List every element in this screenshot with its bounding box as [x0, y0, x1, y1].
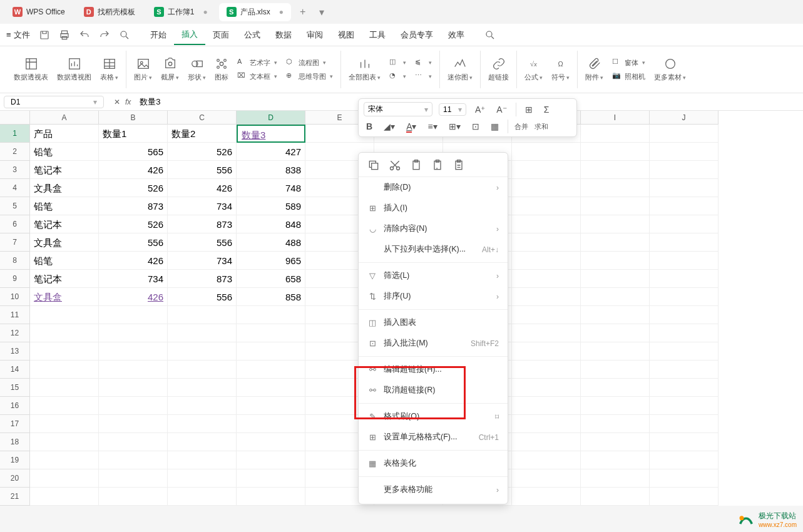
cell[interactable] — [30, 488, 99, 506]
cell[interactable] — [650, 215, 719, 233]
cell[interactable] — [237, 415, 305, 433]
cell[interactable]: 589 — [237, 197, 305, 215]
cell[interactable] — [168, 379, 237, 397]
cell[interactable]: 734 — [168, 252, 237, 270]
font-color-button[interactable]: A▾ — [404, 120, 419, 133]
cell[interactable] — [581, 361, 650, 379]
cell[interactable] — [237, 451, 305, 469]
cell[interactable] — [30, 433, 99, 451]
undo-icon[interactable] — [79, 29, 90, 41]
cell[interactable]: 产品 — [30, 125, 99, 143]
cell[interactable]: 数量1 — [99, 125, 168, 143]
ctx-remove-hyperlink[interactable]: ⚯取消超链接(R) — [359, 380, 508, 401]
merge-label[interactable]: 合并 — [514, 122, 528, 131]
cell[interactable]: 838 — [237, 161, 305, 179]
cell[interactable] — [237, 379, 305, 397]
align-button[interactable]: ≡▾ — [425, 120, 439, 133]
fill-color-button[interactable]: ◢▾ — [381, 120, 397, 133]
cell[interactable] — [512, 197, 581, 215]
cell[interactable] — [99, 451, 168, 469]
cell[interactable]: 526 — [99, 179, 168, 197]
cell[interactable] — [512, 179, 581, 197]
cell[interactable]: 556 — [168, 288, 237, 306]
cell[interactable] — [650, 125, 719, 143]
cell[interactable]: 426 — [99, 252, 168, 270]
menu-view[interactable]: 视图 — [330, 26, 362, 44]
wordart-button[interactable]: A艺术字 — [237, 58, 277, 68]
menu-page[interactable]: 页面 — [205, 26, 237, 44]
cell[interactable]: 658 — [237, 270, 305, 288]
font-size-select[interactable]: 11▾ — [439, 103, 466, 116]
row-header[interactable]: 5 — [0, 197, 30, 215]
cell[interactable] — [512, 397, 581, 415]
cell[interactable] — [168, 306, 237, 324]
row-header[interactable]: 4 — [0, 179, 30, 197]
cell[interactable] — [581, 252, 650, 270]
menu-efficiency[interactable]: 效率 — [441, 26, 472, 44]
cell[interactable] — [512, 379, 581, 397]
cell[interactable] — [99, 324, 168, 342]
camera-button[interactable]: 📷照相机 — [612, 71, 645, 81]
cell[interactable] — [237, 469, 305, 488]
cell[interactable] — [99, 433, 168, 451]
decrease-font-icon[interactable]: A⁻ — [494, 103, 509, 116]
tab-templates[interactable]: D 找稻壳模板 — [76, 3, 143, 21]
style-icon[interactable]: ▦ — [488, 120, 501, 133]
cell[interactable]: 笔记本 — [30, 215, 99, 233]
cell[interactable]: 556 — [168, 161, 237, 179]
cell[interactable] — [581, 179, 650, 197]
cell[interactable] — [650, 433, 719, 451]
cell[interactable] — [650, 324, 719, 342]
cell[interactable] — [650, 179, 719, 197]
cell[interactable] — [237, 433, 305, 451]
row-header[interactable]: 11 — [0, 306, 30, 324]
textbox-button[interactable]: ⌧文本框 — [237, 71, 277, 81]
row-header[interactable]: 2 — [0, 143, 30, 161]
more-chart-button[interactable]: ⋯ — [415, 71, 432, 81]
cell[interactable] — [168, 488, 237, 506]
cell[interactable] — [581, 125, 650, 143]
paste-text-icon[interactable] — [431, 159, 444, 171]
cell[interactable] — [168, 361, 237, 379]
ctx-cell-format[interactable]: ⊞设置单元格格式(F)...Ctrl+1 — [359, 427, 508, 448]
bold-button[interactable]: B — [364, 120, 375, 133]
cell[interactable] — [30, 469, 99, 488]
cell[interactable]: 427 — [237, 143, 305, 161]
attachment-button[interactable]: 附件 — [585, 57, 603, 82]
cell[interactable] — [237, 342, 305, 361]
cell[interactable]: 526 — [168, 143, 237, 161]
row-header[interactable]: 17 — [0, 415, 30, 433]
cell[interactable] — [650, 342, 719, 361]
cell[interactable]: 铅笔 — [30, 252, 99, 270]
sum-label[interactable]: 求和 — [534, 122, 548, 131]
cell[interactable] — [168, 415, 237, 433]
search-icon[interactable] — [119, 29, 130, 41]
cell[interactable] — [581, 415, 650, 433]
cell[interactable]: 铅笔 — [30, 197, 99, 215]
cell[interactable] — [512, 270, 581, 288]
cell[interactable] — [30, 451, 99, 469]
cell-reference-input[interactable]: D1▾ — [4, 96, 104, 108]
col-B[interactable]: B — [99, 111, 168, 125]
cell[interactable] — [512, 288, 581, 306]
row-header[interactable]: 1 — [0, 125, 30, 143]
cell[interactable] — [581, 433, 650, 451]
tab-product[interactable]: S 产品.xlsx ● — [219, 3, 291, 21]
cell[interactable]: 734 — [168, 197, 237, 215]
menu-formula[interactable]: 公式 — [237, 26, 268, 44]
cell[interactable]: 笔记本 — [30, 161, 99, 179]
cell[interactable] — [237, 306, 305, 324]
cell[interactable] — [650, 143, 719, 161]
cell[interactable]: 873 — [168, 215, 237, 233]
cell[interactable] — [237, 397, 305, 415]
cell[interactable]: 965 — [237, 252, 305, 270]
cell[interactable] — [30, 379, 99, 397]
ctx-clear[interactable]: ◡清除内容(N)› — [359, 218, 508, 239]
cell[interactable]: 873 — [99, 197, 168, 215]
cell[interactable] — [650, 306, 719, 324]
increase-font-icon[interactable]: A⁺ — [473, 103, 488, 116]
cell[interactable] — [581, 143, 650, 161]
format-cells-icon[interactable]: ⊡ — [469, 120, 482, 133]
row-header[interactable]: 13 — [0, 342, 30, 361]
cell[interactable] — [650, 288, 719, 306]
